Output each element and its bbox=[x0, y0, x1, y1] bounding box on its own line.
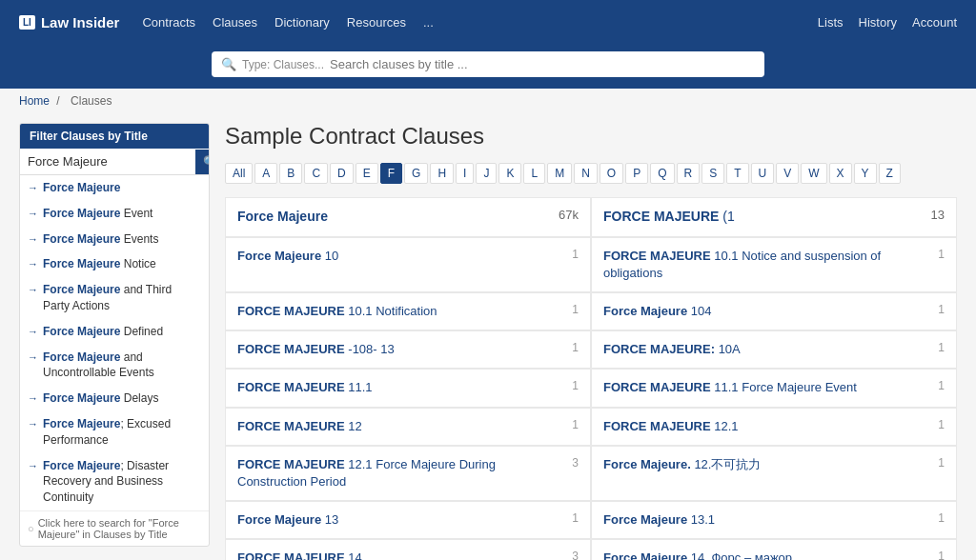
result-count: 1 bbox=[572, 379, 579, 392]
result-link[interactable]: FORCE MAJEURE: 10A bbox=[603, 341, 930, 358]
result-link[interactable]: Force Majeure bbox=[237, 208, 551, 227]
alpha-btn-v[interactable]: V bbox=[776, 163, 799, 184]
logo[interactable]: LI Law Insider bbox=[19, 14, 119, 30]
nav-clauses[interactable]: Clauses bbox=[213, 15, 257, 30]
alpha-btn-m[interactable]: M bbox=[547, 163, 572, 184]
alpha-btn-all[interactable]: All bbox=[225, 163, 253, 184]
result-item[interactable]: FORCE MAJEURE 10.1 Notice and suspension… bbox=[591, 237, 957, 292]
alpha-btn-z[interactable]: Z bbox=[879, 163, 901, 184]
breadcrumb-home[interactable]: Home bbox=[19, 94, 50, 108]
result-link[interactable]: Force Majeure 10 bbox=[237, 248, 564, 265]
result-link[interactable]: FORCE MAJEURE 12 bbox=[237, 418, 564, 435]
header-account[interactable]: Account bbox=[912, 15, 957, 30]
alpha-btn-h[interactable]: H bbox=[430, 163, 454, 184]
header-lists[interactable]: Lists bbox=[818, 15, 844, 30]
alpha-btn-r[interactable]: R bbox=[677, 163, 701, 184]
result-item[interactable]: FORCE MAJEURE 10.1 Notification1 bbox=[225, 292, 591, 330]
alpha-btn-k[interactable]: K bbox=[498, 163, 521, 184]
result-item[interactable]: FORCE MAJEURE 11.11 bbox=[225, 369, 591, 407]
result-link[interactable]: Force Majeure 104 bbox=[603, 303, 930, 320]
breadcrumb-current: Clauses bbox=[71, 94, 112, 108]
result-count: 1 bbox=[572, 418, 579, 431]
sidebar-suggestion-item[interactable]: →Force Majeure bbox=[20, 175, 209, 201]
arrow-icon: → bbox=[28, 391, 38, 406]
result-item[interactable]: Force Majeure. 12.不可抗力1 bbox=[591, 446, 957, 501]
result-item[interactable]: FORCE MAJEURE 12.11 bbox=[591, 408, 957, 446]
sidebar-suggestion-item[interactable]: →Force Majeure Events bbox=[20, 227, 209, 252]
page-title: Sample Contract Clauses bbox=[225, 123, 957, 150]
alpha-btn-l[interactable]: L bbox=[523, 163, 545, 184]
alpha-btn-j[interactable]: J bbox=[476, 163, 497, 184]
result-item[interactable]: FORCE MAJEURE 12.1 Force Majeure During … bbox=[225, 446, 591, 501]
filter-input[interactable] bbox=[20, 149, 195, 174]
result-item[interactable]: Force Majeure67k bbox=[225, 197, 591, 237]
result-link[interactable]: FORCE MAJEURE 10.1 Notice and suspension… bbox=[603, 248, 930, 282]
sidebar-suggestion-item[interactable]: →Force Majeure Notice bbox=[20, 251, 209, 277]
alpha-btn-i[interactable]: I bbox=[456, 163, 474, 184]
result-link[interactable]: Force Majeure 13 bbox=[237, 511, 564, 529]
alpha-btn-a[interactable]: A bbox=[254, 163, 277, 184]
result-item[interactable]: FORCE MAJEURE 121 bbox=[225, 408, 591, 446]
result-item[interactable]: FORCE MAJEURE 143 bbox=[225, 539, 591, 560]
alpha-btn-c[interactable]: C bbox=[304, 163, 328, 184]
result-item[interactable]: Force Majeure 1041 bbox=[591, 292, 957, 330]
nav-contracts[interactable]: Contracts bbox=[142, 15, 195, 30]
alpha-btn-n[interactable]: N bbox=[574, 163, 598, 184]
result-link[interactable]: FORCE MAJEURE 14 bbox=[237, 550, 564, 560]
nav-more[interactable]: ... bbox=[423, 15, 434, 30]
result-item[interactable]: FORCE MAJEURE -108- 131 bbox=[225, 330, 591, 369]
alpha-btn-g[interactable]: G bbox=[404, 163, 428, 184]
sidebar-search-title-link[interactable]: ○Click here to search for "Force Majeure… bbox=[20, 510, 209, 546]
result-item[interactable]: Force Majeure 13.11 bbox=[591, 501, 957, 539]
alpha-btn-b[interactable]: B bbox=[279, 163, 302, 184]
alpha-btn-t[interactable]: T bbox=[726, 163, 748, 184]
main-wrap: Filter Clauses by Title 🔍 →Force Majeure… bbox=[0, 113, 976, 560]
result-item[interactable]: Force Majeure 14. Форс – мажор1 bbox=[591, 539, 957, 560]
sidebar-suggestion-item[interactable]: →Force Majeure and Third Party Actions bbox=[20, 277, 209, 319]
sidebar-suggestion-item[interactable]: →Force Majeure Event bbox=[20, 201, 209, 227]
sidebar-suggestion-item[interactable]: →Force Majeure; Disaster Recovery and Bu… bbox=[20, 453, 209, 510]
alpha-btn-s[interactable]: S bbox=[702, 163, 724, 184]
sidebar-suggestion-item[interactable]: →Force Majeure and Uncontrollable Events bbox=[20, 345, 209, 387]
alpha-btn-e[interactable]: E bbox=[356, 163, 378, 184]
result-item[interactable]: FORCE MAJEURE: 10A1 bbox=[591, 330, 957, 369]
search-input[interactable] bbox=[330, 57, 755, 71]
result-link[interactable]: FORCE MAJEURE -108- 13 bbox=[237, 341, 564, 358]
filter-search-button[interactable]: 🔍 bbox=[195, 150, 210, 174]
result-link[interactable]: Force Majeure 14. Форс – мажор bbox=[603, 550, 930, 560]
alpha-btn-q[interactable]: Q bbox=[650, 163, 674, 184]
nav-resources[interactable]: Resources bbox=[347, 15, 406, 30]
alpha-btn-f[interactable]: F bbox=[380, 163, 402, 184]
result-item[interactable]: Force Majeure 131 bbox=[225, 501, 591, 539]
result-link[interactable]: FORCE MAJEURE 11.1 Force Majeure Event bbox=[603, 379, 930, 396]
alpha-btn-d[interactable]: D bbox=[330, 163, 354, 184]
alpha-btn-p[interactable]: P bbox=[625, 163, 648, 184]
sidebar-suggestion-item[interactable]: →Force Majeure; Excused Performance bbox=[20, 411, 209, 453]
suggestion-text: Force Majeure; Excused Performance bbox=[43, 416, 201, 449]
alpha-btn-x[interactable]: X bbox=[829, 163, 852, 184]
header-history[interactable]: History bbox=[859, 15, 897, 30]
nav-dictionary[interactable]: Dictionary bbox=[274, 15, 330, 30]
arrow-icon: → bbox=[28, 232, 38, 247]
sidebar-suggestion-item[interactable]: →Force Majeure Defined bbox=[20, 319, 209, 345]
result-link[interactable]: Force Majeure. 12.不可抗力 bbox=[603, 456, 930, 473]
result-link[interactable]: FORCE MAJEURE 11.1 bbox=[237, 379, 564, 396]
alpha-btn-o[interactable]: O bbox=[600, 163, 623, 184]
header-right: Lists History Account bbox=[818, 15, 957, 30]
result-item[interactable]: Force Majeure 101 bbox=[225, 237, 591, 292]
alpha-btn-y[interactable]: Y bbox=[854, 163, 877, 184]
alpha-btn-w[interactable]: W bbox=[801, 163, 826, 184]
result-item[interactable]: FORCE MAJEURE (113 bbox=[591, 197, 957, 237]
result-item[interactable]: FORCE MAJEURE 11.1 Force Majeure Event1 bbox=[591, 369, 957, 407]
sidebar-footer-link[interactable]: From Sharing Agreement bbox=[19, 556, 210, 560]
result-link[interactable]: FORCE MAJEURE 10.1 Notification bbox=[237, 303, 564, 320]
alpha-btn-u[interactable]: U bbox=[751, 163, 775, 184]
search-bar[interactable]: 🔍 Type: Clauses... bbox=[212, 51, 764, 77]
result-link[interactable]: FORCE MAJEURE 12.1 Force Majeure During … bbox=[237, 456, 564, 490]
result-link[interactable]: Force Majeure 13.1 bbox=[603, 511, 930, 529]
result-count: 1 bbox=[938, 248, 945, 261]
result-count: 1 bbox=[572, 511, 579, 525]
result-link[interactable]: FORCE MAJEURE 12.1 bbox=[603, 418, 930, 435]
sidebar-suggestion-item[interactable]: →Force Majeure Delays bbox=[20, 386, 209, 411]
result-link[interactable]: FORCE MAJEURE (1 bbox=[603, 208, 924, 227]
